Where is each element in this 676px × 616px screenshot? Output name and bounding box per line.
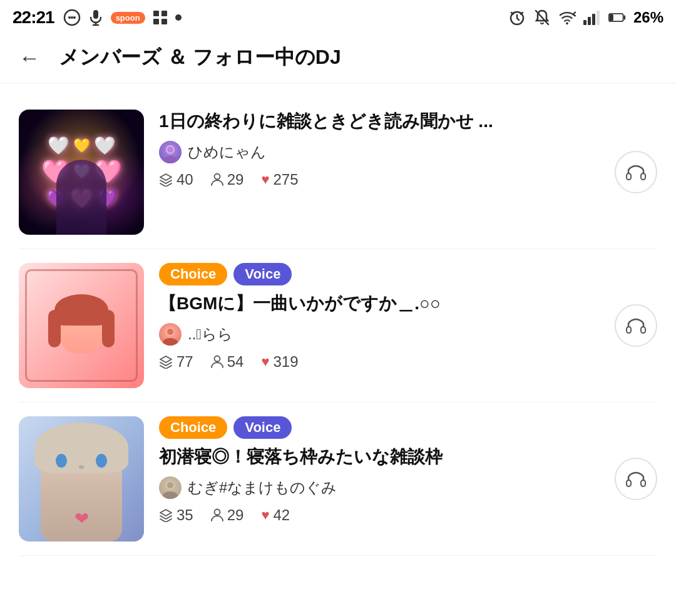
card-item: ❤ Choice Voice 初潜寝◎！寝落ち枠みたいな雑談枠	[19, 403, 657, 556]
svg-point-28	[167, 329, 173, 335]
card-thumbnail-3: ❤	[19, 416, 144, 542]
host-avatar-1	[159, 141, 182, 163]
svg-rect-26	[641, 173, 645, 180]
wifi-icon	[558, 9, 576, 26]
svg-rect-10	[161, 19, 167, 24]
svg-point-23	[163, 156, 178, 163]
svg-point-1	[68, 16, 71, 19]
voice-badge: Voice	[233, 263, 292, 285]
svg-rect-17	[597, 11, 600, 25]
svg-point-24	[214, 173, 220, 179]
svg-rect-9	[153, 19, 159, 24]
layers-icon	[159, 355, 173, 369]
host-name-1: ひめにゃん	[188, 142, 266, 162]
host-name-3: むぎ#なまけものぐみ	[188, 478, 337, 498]
back-button[interactable]: ←	[19, 47, 40, 68]
svg-rect-31	[627, 327, 631, 333]
chat-icon	[63, 9, 81, 26]
thumb-character	[19, 263, 144, 388]
svg-point-35	[163, 491, 178, 499]
heart-icon: ♥	[261, 354, 269, 370]
card-action-3	[615, 458, 657, 500]
status-right: 26%	[508, 9, 663, 26]
svg-rect-19	[610, 14, 613, 21]
choice-badge: Choice	[159, 263, 227, 285]
grid-icon	[151, 9, 169, 26]
stat-layers-3: 35	[159, 506, 193, 524]
svg-point-2	[71, 16, 73, 19]
card-title-2: 【BGMに】一曲いかがですか＿.○○	[159, 292, 600, 316]
person-icon	[211, 355, 223, 369]
person-icon	[211, 508, 223, 522]
card-host-2: ..𓆸らら	[159, 323, 600, 346]
stat-layers-1: 40	[159, 171, 193, 188]
svg-rect-32	[641, 327, 645, 333]
svg-point-22	[167, 146, 173, 153]
status-dot	[175, 14, 182, 21]
svg-rect-15	[588, 17, 591, 25]
mic-icon	[87, 9, 105, 26]
card-thumbnail-2	[19, 263, 144, 388]
card-body-1: 1日の終わりに雑談ときどき読み聞かせ ... ひめにゃん	[159, 110, 600, 188]
status-left: 22:21 spoon	[13, 8, 182, 28]
page-title: メンバーズ ＆ フォロー中のDJ	[59, 44, 341, 71]
thumb-char-3: ❤	[19, 416, 144, 542]
status-icons: spoon	[63, 9, 182, 26]
card-stats-1: 40 29 ♥ 275	[159, 171, 600, 188]
stat-hearts-1: ♥ 275	[261, 171, 298, 188]
svg-rect-4	[93, 10, 98, 19]
svg-point-29	[163, 338, 178, 346]
heart-icon: ♥	[261, 507, 269, 523]
svg-rect-37	[627, 480, 631, 486]
svg-point-34	[167, 482, 173, 488]
layers-icon	[159, 508, 173, 522]
stat-hearts-3: ♥ 42	[261, 506, 290, 524]
layers-icon	[159, 173, 173, 187]
card-title-1: 1日の終わりに雑談ときどき読み聞かせ ...	[159, 110, 600, 133]
stat-persons-2: 54	[211, 353, 244, 371]
card-badges-2: Choice Voice	[159, 263, 600, 285]
card-thumbnail-1: 🤍 💛 🤍 🩷 🤍 🩷 💜 🩷 💜	[19, 110, 144, 235]
stat-persons-3: 29	[211, 506, 244, 524]
svg-point-30	[214, 356, 220, 361]
host-avatar-2	[159, 323, 182, 346]
listen-button-3[interactable]	[615, 458, 657, 500]
card-stats-2: 77 54 ♥ 319	[159, 353, 600, 371]
svg-rect-16	[592, 14, 595, 25]
status-bar: 22:21 spoon	[0, 0, 676, 33]
svg-rect-25	[627, 173, 631, 180]
card-host-1: ひめにゃん	[159, 141, 600, 163]
svg-rect-14	[583, 20, 586, 25]
card-badges-3: Choice Voice	[159, 416, 600, 439]
card-host-3: むぎ#なまけものぐみ	[159, 476, 600, 499]
card-stats-3: 35 29 ♥ 42	[159, 506, 600, 524]
svg-point-3	[73, 16, 76, 19]
spoon-badge: spoon	[111, 12, 145, 24]
svg-rect-8	[161, 11, 167, 16]
svg-point-36	[214, 509, 220, 515]
svg-rect-38	[641, 480, 645, 486]
card-body-3: Choice Voice 初潜寝◎！寝落ち枠みたいな雑談枠 むぎ#なまけものぐみ	[159, 416, 600, 524]
svg-rect-20	[623, 16, 625, 20]
stat-layers-2: 77	[159, 353, 193, 371]
heart-icon: ♥	[261, 172, 269, 188]
person-icon	[211, 173, 223, 187]
bell-off-icon	[533, 9, 551, 26]
host-avatar-3	[159, 476, 182, 499]
signal-icon	[583, 9, 601, 26]
listen-button-2[interactable]	[615, 304, 657, 347]
card-item: Choice Voice 【BGMに】一曲いかがですか＿.○○ ..𓆸らら	[19, 249, 657, 403]
card-title-3: 初潜寝◎！寝落ち枠みたいな雑談枠	[159, 445, 600, 469]
page-header: ← メンバーズ ＆ フォロー中のDJ	[0, 33, 676, 83]
svg-point-13	[566, 22, 568, 24]
alarm-icon	[508, 9, 526, 26]
stat-persons-1: 29	[211, 171, 244, 188]
status-time: 22:21	[13, 8, 54, 28]
battery-icon	[608, 9, 626, 26]
listen-button-1[interactable]	[615, 151, 657, 193]
stat-hearts-2: ♥ 319	[261, 353, 298, 371]
choice-badge: Choice	[159, 416, 227, 439]
voice-badge: Voice	[233, 416, 292, 439]
battery-percent: 26%	[633, 9, 663, 26]
content-area: 🤍 💛 🤍 🩷 🤍 🩷 💜 🩷 💜 1日の終わりに雑談	[0, 83, 676, 568]
